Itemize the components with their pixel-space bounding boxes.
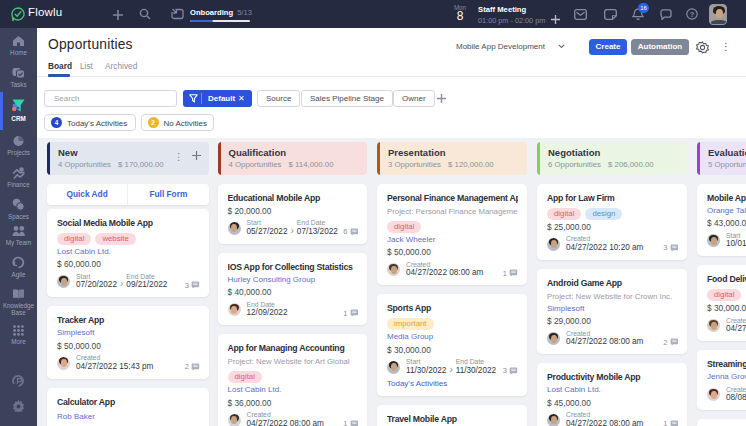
svg-text:?: ? bbox=[690, 10, 695, 19]
